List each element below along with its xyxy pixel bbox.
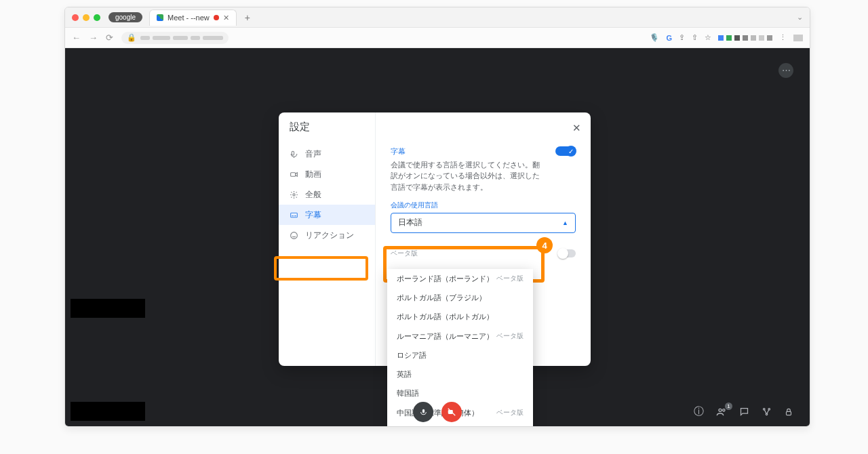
window-max-dot[interactable] (94, 14, 100, 21)
tab-close-icon[interactable]: ✕ (223, 14, 229, 22)
nav-captions-label: 字幕 (305, 210, 321, 220)
svg-rect-5 (294, 215, 296, 216)
upload-icon[interactable]: ⇪ (679, 33, 685, 42)
nav-audio[interactable]: 音声 (279, 144, 375, 164)
meet-surface: ⋯ 設定 ✕ 音声 動画 全般 (65, 48, 810, 426)
smile-icon (290, 231, 298, 240)
meet-controls (413, 402, 462, 422)
share-icon[interactable]: ⇧ (692, 33, 698, 42)
reload-icon[interactable]: ⟳ (106, 33, 113, 43)
mic-button[interactable] (413, 402, 433, 422)
titlebar: google Meet - --new ✕ + ⌄ (65, 7, 810, 28)
translate-toggle[interactable] (558, 249, 576, 257)
activities-icon[interactable] (762, 407, 772, 417)
meet-quick-actions: ⓘ (694, 405, 793, 418)
nav-general[interactable]: 全般 (279, 184, 375, 205)
forward-icon: → (89, 33, 98, 43)
participant-name-b (71, 402, 145, 421)
lang-option[interactable]: ポーランド語（ポーランド）ベータ版 (387, 269, 533, 288)
browser-window: google Meet - --new ✕ + ⌄ ← → ⟳ 🔒 🎙️ G ⇪… (64, 7, 810, 427)
info-icon[interactable]: ⓘ (694, 405, 704, 418)
lang-option[interactable]: 中国語（標準語、繁体）ベータ版 (387, 422, 533, 427)
meet-favicon-icon (157, 14, 163, 21)
address-bar: ← → ⟳ 🔒 🎙️ G ⇪ ⇧ ☆ ⋮ (65, 28, 810, 48)
nav-reactions-label: リアクション (305, 230, 354, 241)
url-text (140, 36, 223, 40)
svg-rect-3 (291, 213, 298, 218)
nav-reactions[interactable]: リアクション (279, 225, 375, 245)
lang-option[interactable]: 韓国語 (387, 384, 533, 403)
svg-rect-7 (422, 409, 424, 413)
back-icon[interactable]: ← (72, 33, 81, 43)
svg-point-10 (723, 409, 725, 411)
pane-description: 会議で使用する言語を選択してください。翻訳がオンになっている場合以外は、選択した… (391, 159, 547, 192)
annotation-step-badge: 4 (536, 237, 553, 253)
pane-section-title: 字幕 (391, 146, 576, 157)
people-icon[interactable] (716, 407, 727, 417)
nav-general-label: 全般 (305, 190, 321, 200)
nav-captions[interactable]: 字幕 (279, 205, 375, 225)
lang-option[interactable]: ルーマニア語（ルーマニア）ベータ版 (387, 327, 533, 346)
star-icon[interactable]: ☆ (705, 33, 711, 42)
svg-rect-14 (787, 411, 791, 415)
browser-tab[interactable]: Meet - --new ✕ (149, 9, 237, 26)
camera-off-button[interactable] (441, 402, 462, 422)
nav-video-label: 動画 (305, 169, 321, 180)
url-field[interactable]: 🔒 (121, 32, 229, 44)
nav-audio-label: 音声 (305, 149, 321, 159)
field-label: 会議の使用言語 (391, 201, 576, 210)
lang-option[interactable]: ポルトガル語（ブラジル） (387, 288, 533, 307)
extensions (718, 35, 772, 41)
dropdown-value: 日本語 (398, 218, 422, 228)
recording-icon (214, 15, 219, 20)
svg-rect-4 (292, 215, 294, 216)
svg-point-13 (766, 413, 768, 415)
svg-point-12 (768, 409, 770, 411)
gear-icon (290, 190, 298, 199)
profile-icon[interactable] (793, 35, 803, 41)
host-controls-icon[interactable] (784, 407, 793, 417)
svg-point-6 (291, 232, 298, 239)
tab-group[interactable]: google (108, 12, 142, 22)
lock-icon: 🔒 (127, 33, 136, 42)
settings-title: 設定 (290, 121, 310, 133)
new-tab-button[interactable]: + (245, 12, 250, 23)
lang-option[interactable]: ロシア語 (387, 346, 533, 365)
tabs-overflow-icon[interactable]: ⌄ (797, 13, 803, 22)
menu-icon[interactable]: ⋮ (779, 33, 787, 42)
window-min-dot[interactable] (83, 14, 90, 21)
mic-icon[interactable]: 🎙️ (650, 33, 659, 42)
lang-option[interactable]: ポルトガル語（ポルトガル） (387, 308, 533, 327)
lang-option[interactable]: 英語 (387, 365, 533, 384)
google-icon[interactable]: G (666, 34, 672, 42)
nav-video[interactable]: 動画 (279, 164, 375, 184)
svg-rect-0 (292, 151, 294, 155)
more-options-icon[interactable]: ⋯ (778, 63, 793, 78)
speaker-icon (290, 150, 298, 159)
captions-icon (290, 211, 298, 220)
participant-name-a (71, 299, 145, 318)
window-close-dot[interactable] (72, 14, 79, 21)
svg-point-9 (719, 409, 722, 411)
svg-point-2 (293, 193, 295, 195)
settings-nav: 音声 動画 全般 字幕 リアクション (279, 112, 376, 366)
captions-toggle[interactable]: ✓ (555, 146, 576, 156)
svg-rect-1 (291, 172, 296, 176)
chat-icon[interactable] (739, 407, 749, 417)
check-icon: ✓ (566, 146, 576, 157)
chevron-up-icon: ▲ (562, 220, 568, 226)
toolbar-right: 🎙️ G ⇪ ⇧ ☆ ⋮ (650, 33, 803, 42)
beta-badge: ベータ版 (391, 249, 418, 258)
svg-rect-8 (448, 410, 453, 414)
camera-icon (290, 170, 298, 179)
language-dropdown[interactable]: 日本語 ▲ (391, 213, 576, 233)
tab-title: Meet - --new (167, 14, 210, 22)
svg-point-11 (764, 409, 766, 411)
